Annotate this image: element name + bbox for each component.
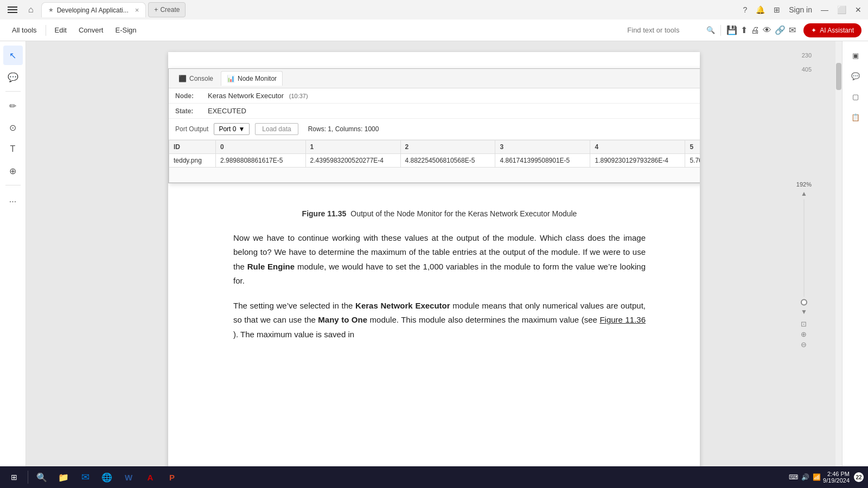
- zoom-down[interactable]: ▼: [801, 308, 807, 316]
- save-icon[interactable]: 💾: [726, 25, 737, 35]
- col-2: 2: [400, 140, 495, 154]
- outer-scrollbar[interactable]: [835, 41, 842, 488]
- acrobat-toolbar: All tools Edit Convert E-Sign 🔍 💾 ⬆ 🖨 👁 …: [0, 20, 868, 41]
- tab-bar: ★ Developing AI Applicati... × + Create: [41, 2, 737, 17]
- rule-engine-bold: Rule Engine: [247, 262, 295, 271]
- taskbar-powerpoint[interactable]: P: [162, 469, 182, 485]
- paragraph-2: The setting we’ve selected in the Keras …: [233, 299, 646, 342]
- node-monitor-tab[interactable]: 📊 Node Monitor: [221, 71, 283, 86]
- edit-button[interactable]: Edit: [49, 23, 72, 37]
- empty-cell: [169, 168, 700, 183]
- para2-text-c: module. This module also determines the …: [370, 315, 597, 324]
- search-area: 🔍 💾 ⬆ 🖨 👁 🔗 ✉ ✦ AI Assistant: [627, 23, 861, 37]
- taskbar-browser[interactable]: 🌐: [97, 469, 117, 485]
- all-tools-button[interactable]: All tools: [7, 23, 42, 37]
- scrollbar-thumb[interactable]: [836, 63, 841, 90]
- sidebar-sep-2: [5, 185, 21, 185]
- search-input[interactable]: [627, 26, 703, 34]
- para2-text-d: ). The maximum value is saved in: [233, 330, 354, 339]
- network-icon[interactable]: 📶: [813, 473, 821, 481]
- print-icon[interactable]: 🖨: [751, 25, 760, 35]
- keyboard-icon[interactable]: ⌨: [789, 473, 798, 481]
- mail-icon[interactable]: ✉: [789, 25, 796, 35]
- content-area: ⬛ Console 📊 Node Monitor × Node: Keras N…: [26, 41, 842, 488]
- stamp-tool[interactable]: ⊕: [3, 161, 23, 181]
- col-0: 0: [216, 140, 306, 154]
- browser-controls: ? 🔔 ⊞ Sign in — ⬜ ✕: [741, 3, 864, 16]
- new-tab-button[interactable]: + Create: [148, 2, 186, 17]
- zoom-controls: 192% ▲ ▼ ⊡ ⊕ ⊖: [796, 181, 812, 349]
- left-sidebar: ↖ 💬 ✏ ⊙ T ⊕ ...: [0, 41, 26, 488]
- browser-titlebar: ⌂ ★ Developing AI Applicati... × + Creat…: [0, 0, 868, 20]
- node-value: Keras Network Executor (10:37): [208, 92, 308, 100]
- signin-button[interactable]: Sign in: [787, 3, 814, 16]
- sidebar-tool-2[interactable]: 💬: [846, 66, 865, 86]
- search-icon[interactable]: 🔍: [706, 26, 715, 34]
- cursor-tool[interactable]: ↖: [3, 46, 23, 65]
- sidebar-sep-1: [5, 91, 21, 92]
- ai-label: AI Assistant: [820, 27, 854, 34]
- right-sidebar: ▣ 💬 ▢ 📋: [842, 41, 868, 488]
- tab-close-button[interactable]: ×: [135, 6, 139, 14]
- restore-button[interactable]: ⬜: [835, 3, 848, 16]
- port-select[interactable]: Port 0 ▼: [214, 123, 250, 135]
- ai-assistant-button[interactable]: ✦ AI Assistant: [803, 23, 861, 37]
- taskbar-search[interactable]: 🔍: [32, 469, 52, 485]
- col-1: 1: [305, 140, 400, 154]
- figure-caption: Figure 11.35 Output of the Node Monitor …: [233, 209, 646, 218]
- taskbar-clock[interactable]: 2:46 PM 9/19/2024: [823, 471, 850, 484]
- more-tools[interactable]: ...: [3, 190, 23, 209]
- cell-1: 2.4395983200520277E-4: [305, 154, 400, 168]
- tab-title: Developing AI Applicati...: [57, 7, 129, 14]
- console-tab-label: Console: [189, 75, 213, 82]
- zoom-out[interactable]: ⊖: [801, 341, 807, 349]
- comment-tool[interactable]: 💬: [3, 67, 23, 87]
- taskbar-files[interactable]: 📁: [54, 469, 73, 485]
- port-select-value: Port 0: [219, 125, 236, 133]
- apps-button[interactable]: ⊞: [771, 3, 782, 16]
- home-button[interactable]: ⌂: [25, 3, 37, 17]
- sidebar-tool-1[interactable]: ▣: [846, 46, 865, 65]
- convert-button[interactable]: Convert: [73, 23, 109, 37]
- taskbar-mail[interactable]: ✉: [75, 469, 95, 485]
- circle-tool[interactable]: ⊙: [3, 118, 23, 137]
- start-button[interactable]: ⊞: [4, 469, 24, 485]
- page-num-bottom: 405: [802, 66, 812, 73]
- minimize-button[interactable]: —: [819, 3, 831, 16]
- zoom-fit[interactable]: ⊡: [801, 320, 807, 328]
- node-label: Node:: [175, 92, 208, 100]
- page-numbers: 230 405: [802, 52, 812, 73]
- notifications-button[interactable]: 🔔: [754, 3, 767, 16]
- active-tab[interactable]: ★ Developing AI Applicati... ×: [41, 2, 146, 17]
- node-monitor-popup: ⬛ Console 📊 Node Monitor × Node: Keras N…: [168, 68, 700, 183]
- console-tab[interactable]: ⬛ Console: [173, 72, 219, 86]
- link-icon[interactable]: 🔗: [775, 25, 786, 35]
- figure-link[interactable]: Figure 11.36: [599, 315, 646, 324]
- zoom-up[interactable]: ▲: [801, 190, 807, 197]
- zoom-in[interactable]: ⊕: [801, 330, 807, 338]
- sidebar-tool-4[interactable]: 📋: [846, 107, 865, 127]
- pen-tool[interactable]: ✏: [3, 96, 23, 115]
- pdf-page: ⬛ Console 📊 Node Monitor × Node: Keras N…: [168, 52, 700, 488]
- ai-icon: ✦: [811, 27, 816, 34]
- cell-3: 4.861741399508901E-5: [495, 154, 590, 168]
- figure-caption-bold: Figure 11.35: [302, 209, 347, 218]
- esign-button[interactable]: E-Sign: [110, 23, 142, 37]
- text-tool[interactable]: T: [3, 139, 23, 159]
- load-data-button[interactable]: Load data: [255, 123, 298, 135]
- upload-icon[interactable]: ⬆: [741, 25, 748, 35]
- figure-caption-text: Output of the Node Monitor for the Keras…: [350, 209, 577, 218]
- taskbar-acrobat[interactable]: A: [141, 469, 160, 485]
- speaker-icon[interactable]: 🔊: [801, 473, 809, 481]
- help-button[interactable]: ?: [741, 3, 749, 16]
- zoom-thumb[interactable]: [801, 299, 807, 306]
- table-row-empty: [169, 168, 700, 183]
- taskbar-word[interactable]: W: [119, 469, 138, 485]
- sidebar-tool-3[interactable]: ▢: [846, 87, 865, 106]
- close-button[interactable]: ✕: [853, 3, 864, 16]
- main-layout: ↖ 💬 ✏ ⊙ T ⊕ ... ⬛ Console 📊 Node Monitor: [0, 41, 868, 488]
- menu-button[interactable]: [4, 3, 21, 16]
- page-num-top: 230: [802, 52, 812, 59]
- view-icon[interactable]: 👁: [763, 25, 771, 35]
- taskbar-badge[interactable]: 22: [854, 472, 864, 482]
